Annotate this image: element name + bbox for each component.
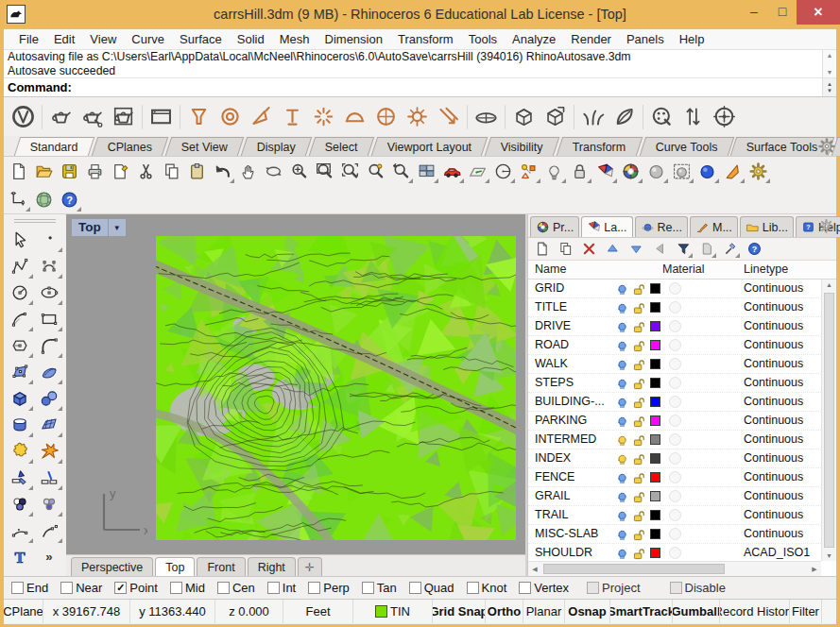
split-button[interactable]	[35, 465, 63, 491]
toolbar-tab-viewport-layout[interactable]: Viewport Layout	[371, 137, 489, 156]
help-ball-button[interactable]: ?	[57, 187, 82, 212]
checkbox[interactable]	[587, 582, 599, 594]
layer-material-icon[interactable]	[669, 452, 681, 465]
menu-file[interactable]: File	[11, 32, 46, 46]
zoom-window-button[interactable]	[312, 159, 337, 184]
curve-tool-button[interactable]	[6, 253, 34, 280]
layer-material-icon[interactable]	[669, 396, 681, 408]
panel-gear-icon[interactable]	[818, 218, 834, 234]
layer-color-swatch[interactable]	[650, 548, 660, 558]
checkbox[interactable]	[409, 582, 421, 594]
rect-light-button[interactable]	[183, 101, 214, 133]
layer-linetype[interactable]: Continuous	[744, 470, 803, 483]
target-compass-button[interactable]	[709, 101, 740, 133]
cut-button[interactable]	[133, 159, 159, 184]
scroll-down-icon[interactable]: ▼	[822, 552, 836, 559]
checkbox[interactable]	[308, 582, 320, 594]
layer-match-button[interactable]	[697, 239, 717, 259]
zoom-selected-button[interactable]	[363, 159, 388, 184]
viewport-canvas[interactable]: Top ▼ y x	[66, 214, 525, 554]
osnap-int[interactable]: Int	[267, 581, 296, 595]
close-button[interactable]: ×	[797, 0, 840, 25]
layer-lock-icon[interactable]	[633, 490, 645, 502]
save-file-button[interactable]	[57, 159, 82, 184]
extend-curve-button[interactable]	[35, 517, 63, 544]
layer-lock-icon[interactable]	[633, 396, 645, 408]
copy-button[interactable]	[159, 159, 184, 184]
measure-tools-button[interactable]	[677, 101, 709, 133]
toolbar-tab-display[interactable]: Display	[241, 137, 312, 156]
layer-lock-icon[interactable]	[633, 433, 645, 446]
more-tools-button[interactable]: »	[35, 544, 63, 570]
toolbar-tab-select[interactable]: Select	[309, 137, 374, 156]
layer-on-bulb-icon[interactable]	[616, 471, 628, 483]
zoom-extents-button[interactable]	[337, 159, 363, 184]
sidebar-grip[interactable]	[14, 219, 56, 223]
omni-light-button[interactable]	[308, 101, 339, 133]
scroll-thumb[interactable]	[543, 564, 725, 574]
layer-linetype[interactable]: Continuous	[744, 281, 803, 295]
layer-on-bulb-icon[interactable]	[616, 339, 628, 351]
layer-row[interactable]: SHOULDR ACAD_ISO1	[528, 544, 821, 561]
scroll-down-icon[interactable]: ▼	[827, 69, 833, 76]
layer-on-bulb-icon[interactable]	[616, 377, 628, 389]
layer-on-bulb-icon[interactable]	[616, 528, 628, 540]
layer-material-icon[interactable]	[669, 282, 681, 295]
checkbox[interactable]	[11, 582, 24, 594]
layer-row[interactable]: STEPS Continuous	[528, 374, 821, 393]
toolbar-tab-curve-tools[interactable]: Curve Tools	[639, 137, 733, 156]
layer-on-bulb-icon[interactable]	[616, 452, 628, 465]
osnap-disable[interactable]: Disable	[670, 581, 726, 595]
layer-material-icon[interactable]	[669, 509, 681, 521]
layer-color-swatch[interactable]	[650, 491, 660, 501]
curve-handles-button[interactable]	[35, 253, 63, 280]
menu-dimension[interactable]: Dimension	[317, 32, 390, 46]
layer-color-swatch[interactable]	[650, 302, 660, 313]
toolbar-tab-transform[interactable]: Transform	[557, 137, 643, 156]
render-teapot-button[interactable]	[45, 101, 77, 133]
layer-color-swatch[interactable]	[650, 434, 660, 445]
osnap-point[interactable]: ✓Point	[114, 581, 158, 595]
light-bulb-button[interactable]	[541, 159, 567, 184]
status-ortho[interactable]: Ortho	[486, 600, 523, 623]
named-views-button[interactable]	[439, 159, 465, 184]
tabrow-gear-icon[interactable]	[817, 137, 836, 156]
arc-tool-button[interactable]	[6, 306, 34, 332]
panel-tab-lib[interactable]: Lib...	[740, 216, 794, 237]
layer-linetype[interactable]: Continuous	[744, 527, 803, 540]
layer-row[interactable]: GRID Continuous	[528, 280, 821, 298]
surface-grid-button[interactable]	[35, 412, 63, 438]
menu-transform[interactable]: Transform	[390, 32, 461, 46]
viewport-tab-front[interactable]: Front	[197, 557, 245, 576]
layer-material-icon[interactable]	[669, 301, 681, 314]
viewport-title-label[interactable]: Top	[72, 219, 108, 236]
layer-tools-button[interactable]	[721, 239, 741, 259]
layer-collapse-button[interactable]	[650, 239, 670, 259]
layer-color-swatch[interactable]	[650, 283, 660, 294]
vray-logo-button[interactable]	[8, 101, 39, 133]
open-file-button[interactable]	[31, 159, 57, 184]
viewport-tab-top[interactable]: Top	[155, 557, 195, 576]
menu-view[interactable]: View	[82, 32, 124, 46]
layer-row[interactable]: PARKING Continuous	[528, 412, 821, 431]
status-record-history[interactable]: Record History	[720, 600, 790, 623]
layer-linetype[interactable]: Continuous	[744, 357, 803, 370]
material-leaf-button[interactable]	[609, 101, 640, 133]
layer-linetype[interactable]: Continuous	[744, 300, 803, 314]
scroll-right-icon[interactable]: ▶	[808, 562, 821, 576]
status-filter[interactable]: Filter	[790, 600, 822, 623]
select-pointer-button[interactable]	[6, 227, 34, 253]
checkbox[interactable]	[670, 582, 682, 594]
options-gear-button[interactable]	[746, 159, 771, 184]
surface-revolve-button[interactable]	[6, 412, 34, 438]
layer-material-icon[interactable]	[669, 358, 681, 370]
trim-button[interactable]	[6, 465, 34, 491]
paste-button[interactable]	[184, 159, 210, 184]
rectangle-tool-button[interactable]	[35, 306, 63, 332]
cplane-button[interactable]	[465, 159, 490, 184]
spin-down-icon[interactable]: ▼	[827, 88, 832, 94]
sphere-light-button[interactable]	[339, 101, 370, 133]
frame-buffer-button[interactable]	[146, 101, 177, 133]
fur-button[interactable]	[577, 101, 609, 133]
osnap-vertex[interactable]: Vertex	[519, 581, 569, 595]
